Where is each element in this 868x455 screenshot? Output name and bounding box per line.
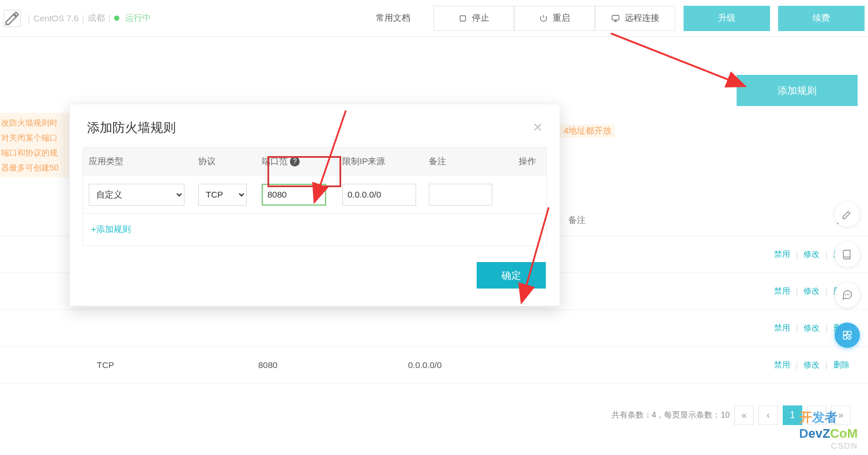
float-tools xyxy=(835,202,860,348)
upgrade-button[interactable]: 升级 xyxy=(684,6,770,31)
pencil-tool-icon[interactable] xyxy=(835,202,860,227)
svg-point-2 xyxy=(845,294,846,295)
status-dot-icon xyxy=(114,16,119,21)
help-icon[interactable]: ? xyxy=(290,157,300,166)
top-bar: | CentOS 7.6 | 成都 | 运行中 常用文档 停止 重启 远程连接 … xyxy=(0,0,868,37)
col-port-range: 端口范 ? xyxy=(256,156,337,167)
modal-table-header: 应用类型 协议 端口范 ? 限制IP来源 备注 操作 xyxy=(83,147,546,175)
monitor-icon xyxy=(611,14,620,23)
status-label: 运行中 xyxy=(125,13,151,24)
ip-input[interactable] xyxy=(342,184,416,206)
col-app-type: 应用类型 xyxy=(83,156,193,167)
chat-tool-icon[interactable] xyxy=(835,282,860,308)
disable-link[interactable]: 禁用 xyxy=(774,323,790,333)
region-label: 成都 xyxy=(88,13,105,24)
svg-line-8 xyxy=(611,33,731,81)
edit-link[interactable]: 修改 xyxy=(803,286,820,297)
app-type-select[interactable]: 自定义 xyxy=(89,184,184,206)
close-icon[interactable]: × xyxy=(533,119,542,135)
edit-icon-button[interactable] xyxy=(3,10,21,27)
warning-banner: 改防火墙规则时 对关闭某个端口 端口和协议的规 器最多可创建50 xyxy=(0,113,69,177)
svg-rect-0 xyxy=(460,16,465,21)
svg-rect-6 xyxy=(848,331,851,335)
col-limit-ip: 限制IP来源 xyxy=(337,156,423,167)
renew-button[interactable]: 续费 xyxy=(778,6,865,31)
power-icon xyxy=(539,14,548,23)
breadcrumb: | CentOS 7.6 | 成都 | 运行中 xyxy=(28,13,151,24)
delete-link[interactable]: 删除 xyxy=(833,360,850,370)
edit-link[interactable]: 修改 xyxy=(803,360,820,370)
stop-button[interactable]: 停止 xyxy=(433,6,514,31)
modal-table: 应用类型 协议 端口范 ? 限制IP来源 备注 操作 自定义 T xyxy=(82,147,547,246)
col-remark: 备注 xyxy=(423,156,492,167)
restart-button[interactable]: 重启 xyxy=(514,6,595,31)
edit-link[interactable]: 修改 xyxy=(803,323,820,333)
edit-link[interactable]: 修改 xyxy=(803,249,820,260)
page-first[interactable]: « xyxy=(734,405,754,425)
page-last[interactable]: » xyxy=(831,405,851,425)
add-firewall-rule-modal: 添加防火墙规则 × 应用类型 协议 端口范 ? 限制IP来源 备注 操作 自定义 xyxy=(69,104,560,306)
pagination: 共有条数：4，每页显示条数：10 « ‹ 1 › » xyxy=(612,405,851,425)
table-row: 禁用| 修改| 删除 xyxy=(0,310,868,347)
docs-link[interactable]: 常用文档 xyxy=(353,6,433,31)
disable-link[interactable]: 禁用 xyxy=(774,286,790,297)
remark-input[interactable] xyxy=(429,184,492,206)
remote-connect-button[interactable]: 远程连接 xyxy=(595,6,675,31)
col-note: 备注 xyxy=(568,215,649,226)
modal-rule-row: 自定义 TCP xyxy=(83,175,546,213)
svg-point-3 xyxy=(847,294,848,295)
pagination-summary: 共有条数：4，每页显示条数：10 xyxy=(612,410,730,420)
svg-point-4 xyxy=(849,294,850,295)
warning-banner-right: 4地址都开放 xyxy=(560,124,615,138)
confirm-button[interactable]: 确定 xyxy=(477,262,546,289)
page-1[interactable]: 1 xyxy=(783,405,802,425)
svg-rect-7 xyxy=(843,336,847,339)
stop-icon xyxy=(458,14,467,23)
page-prev[interactable]: ‹ xyxy=(758,405,778,425)
csdn-watermark: CSDN xyxy=(831,441,858,450)
svg-rect-1 xyxy=(612,15,619,20)
svg-rect-5 xyxy=(843,331,847,335)
os-label: CentOS 7.6 xyxy=(33,13,78,23)
disable-link[interactable]: 禁用 xyxy=(774,360,790,370)
apps-tool-icon[interactable] xyxy=(835,323,860,348)
disable-link[interactable]: 禁用 xyxy=(774,249,790,260)
col-ops: 操作 xyxy=(492,156,546,167)
protocol-select[interactable]: TCP xyxy=(198,184,247,206)
col-protocol: 协议 xyxy=(193,156,256,167)
add-line-row: +添加规则 xyxy=(83,213,546,245)
add-rule-line-link[interactable]: +添加规则 xyxy=(91,224,131,235)
add-rule-button[interactable]: 添加规则 xyxy=(737,75,858,106)
add-rule-row: 添加规则 xyxy=(0,75,868,106)
page-next[interactable]: › xyxy=(807,405,827,425)
table-row: TCP 8080 0.0.0.0/0 禁用| 修改| 删除 xyxy=(0,347,868,384)
port-input[interactable] xyxy=(262,184,326,206)
modal-title: 添加防火墙规则 xyxy=(87,119,176,136)
book-tool-icon[interactable] xyxy=(835,242,860,267)
